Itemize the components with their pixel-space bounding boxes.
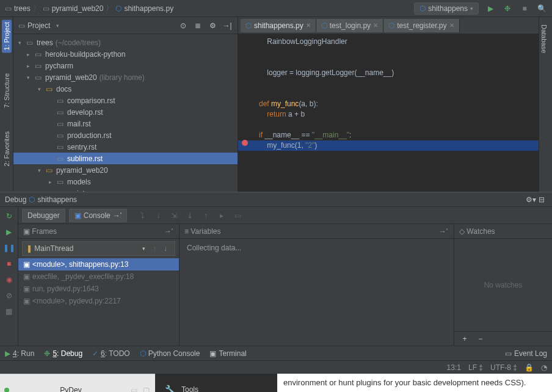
tree-item[interactable]: ▭sublime.rst: [13, 153, 238, 164]
scroll-to-source-icon[interactable]: ⊙: [178, 20, 189, 31]
close-icon[interactable]: ✕: [373, 22, 378, 29]
step-into-icon[interactable]: ↓: [153, 210, 164, 221]
breadcrumb-item[interactable]: ▭pyramid_web20: [43, 4, 104, 13]
settings-icon[interactable]: ⚙: [207, 20, 218, 31]
editor-tab[interactable]: ⬡test_login.py✕: [316, 19, 383, 32]
pane-menu-icon[interactable]: →': [163, 226, 174, 237]
pause-icon[interactable]: ❚❚: [4, 242, 15, 253]
tree-item[interactable]: ▭develop.rst: [13, 106, 238, 118]
tool-tab-run[interactable]: ▶4: Run: [5, 349, 34, 358]
run-icon[interactable]: ▶: [485, 3, 496, 14]
code-editor[interactable]: RainbowLoggingHandler logger = logging.g…: [238, 34, 552, 192]
tools-menu[interactable]: 🔧 Tools: [155, 374, 277, 392]
thread-selector[interactable]: ❚ MainThread ▾ ↑ ↓: [22, 241, 175, 256]
step-into-my-code-icon[interactable]: ⇲: [169, 210, 180, 221]
expand-arrow-icon[interactable]: ▾: [38, 86, 44, 92]
read-only-toggle-icon[interactable]: 🔒: [525, 363, 534, 372]
tree-item[interactable]: ▭mail.rst: [13, 118, 238, 129]
view-breakpoints-icon[interactable]: ◉: [4, 274, 15, 285]
restore-layout-icon[interactable]: ⊟: [536, 194, 547, 205]
chevron-down-icon[interactable]: ▾: [56, 23, 59, 29]
expand-arrow-icon[interactable]: ▸: [49, 191, 55, 192]
tool-tab-terminal[interactable]: ▣Terminal: [209, 349, 246, 358]
stack-frame[interactable]: ▣execfile, _pydev_execfile.py:18: [18, 270, 179, 283]
tool-tab-structure[interactable]: 7: Structure: [2, 71, 12, 111]
stack-frame[interactable]: ▣<module>, pydevd.py:2217: [18, 295, 179, 307]
code-line[interactable]: logger = logging.getLogger(__name__): [238, 68, 552, 78]
tool-tab-project[interactable]: 1: Project: [2, 20, 12, 53]
step-over-icon[interactable]: ⤵: [137, 210, 148, 221]
tool-tab-database[interactable]: Database: [539, 22, 549, 56]
stop-icon[interactable]: ■: [4, 258, 15, 269]
tree-item[interactable]: ▸▭models: [13, 176, 238, 187]
expand-arrow-icon[interactable]: ▸: [27, 51, 33, 57]
expand-arrow-icon[interactable]: ▸: [27, 63, 33, 69]
run-config-selector[interactable]: ⬡shithappens▾: [414, 2, 479, 15]
pane-menu-icon[interactable]: →': [438, 226, 449, 237]
tree-item[interactable]: ▾▭pyramid_web20(library home): [13, 71, 238, 83]
collapse-all-icon[interactable]: ≣: [192, 20, 203, 31]
expand-arrow-icon[interactable]: ▾: [38, 167, 44, 173]
code-line[interactable]: RainbowLoggingHandler: [238, 37, 552, 47]
gutter[interactable]: [238, 34, 256, 192]
stack-frame[interactable]: ▣run, pydevd.py:1643: [18, 283, 179, 295]
code-line[interactable]: my_func(1, "2"): [238, 140, 552, 151]
code-line[interactable]: if __name__ == "__main__":: [238, 130, 552, 140]
line-separator[interactable]: LF ‡: [468, 363, 483, 372]
run-to-cursor-icon[interactable]: ▸: [216, 210, 227, 221]
file-encoding[interactable]: UTF-8 ‡: [490, 363, 517, 372]
step-out-icon[interactable]: ↑: [200, 210, 211, 221]
inspector-icon[interactable]: ◔: [541, 363, 547, 372]
force-step-into-icon[interactable]: ⤓: [184, 210, 195, 221]
code-line[interactable]: return a + b: [238, 109, 552, 120]
expand-arrow-icon[interactable]: ▸: [49, 179, 55, 185]
tab-console[interactable]: ▣Console→': [69, 209, 127, 222]
minimize-icon[interactable]: ▭: [128, 385, 139, 393]
editor-tab[interactable]: ⬡test_register.py✕: [383, 19, 459, 32]
expand-arrow-icon[interactable]: ▾: [18, 40, 24, 46]
caret-position[interactable]: 13:1: [447, 363, 461, 372]
tree-item[interactable]: ▸▭pycharm: [13, 60, 238, 71]
debug-icon[interactable]: ❉: [502, 3, 513, 14]
close-icon[interactable]: ✕: [449, 22, 454, 29]
hide-icon[interactable]: →|: [222, 20, 233, 31]
code-line[interactable]: [238, 89, 552, 99]
search-icon[interactable]: 🔍: [536, 3, 547, 14]
remove-watch-icon[interactable]: −: [475, 333, 486, 344]
expand-arrow-icon[interactable]: ▾: [27, 74, 33, 81]
tool-tab-python-console[interactable]: ⬡Python Console: [140, 349, 200, 358]
tree-item[interactable]: ▭sentry.rst: [13, 141, 238, 153]
code-line[interactable]: [238, 120, 552, 130]
stop-icon[interactable]: ■: [519, 3, 530, 14]
tree-item[interactable]: ▭comparison.rst: [13, 95, 238, 106]
tree-item[interactable]: ▾▭docs: [13, 83, 238, 95]
tool-tab-event-log[interactable]: ▭Event Log: [505, 349, 547, 358]
maximize-icon[interactable]: ▢: [140, 385, 151, 393]
tab-debugger[interactable]: Debugger: [22, 209, 65, 222]
evaluate-expression-icon[interactable]: ▭: [232, 210, 243, 221]
tree-item[interactable]: ▸▭scripts: [13, 187, 238, 192]
mute-breakpoints-icon[interactable]: ⊘: [4, 290, 15, 301]
editor-tab[interactable]: ⬡shithappens.py✕: [241, 19, 316, 32]
tool-tab-todo[interactable]: ✓6: TODO: [92, 349, 130, 358]
code-line[interactable]: [238, 47, 552, 57]
tree-item[interactable]: ▭production.rst: [13, 129, 238, 141]
tool-tab-favorites[interactable]: 2: Favorites: [2, 129, 12, 169]
project-tree[interactable]: ▾ ▭ trees (~/code/trees) ▸▭heroku-buildp…: [13, 34, 238, 192]
next-frame-icon[interactable]: ↓: [160, 243, 171, 254]
code-line[interactable]: [238, 78, 552, 89]
add-watch-icon[interactable]: +: [459, 333, 470, 344]
breadcrumb-item[interactable]: ⬡shithappens.py: [115, 4, 173, 13]
breakpoint-icon[interactable]: [242, 140, 248, 146]
prev-frame-icon[interactable]: ↑: [149, 243, 160, 254]
settings-icon[interactable]: ⚙▾: [525, 194, 536, 205]
close-icon[interactable]: ✕: [306, 22, 311, 29]
code-line[interactable]: def my_func(a, b):: [238, 99, 552, 109]
layout-icon[interactable]: ▦: [4, 306, 15, 317]
tool-tab-debug[interactable]: ❉5: Debug: [44, 349, 82, 358]
tree-root[interactable]: ▾ ▭ trees (~/code/trees): [13, 37, 238, 48]
resume-icon[interactable]: ▶: [4, 227, 15, 238]
rerun-icon[interactable]: ↻: [4, 211, 15, 222]
breadcrumb-item[interactable]: ▭trees: [5, 4, 31, 13]
tree-item[interactable]: ▾▭pyramid_web20: [13, 164, 238, 176]
